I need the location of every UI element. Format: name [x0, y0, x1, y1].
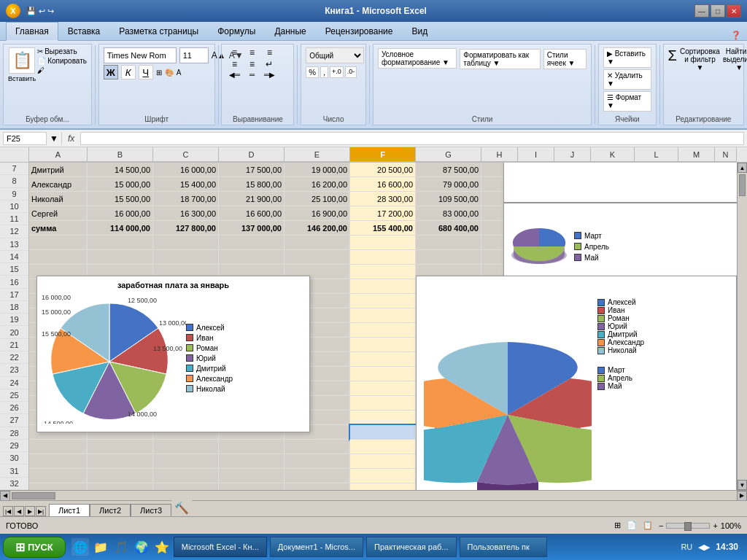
cell-b11[interactable]: 114 000,00: [88, 221, 153, 236]
cell-d10[interactable]: 16 600,00: [219, 206, 285, 221]
conditional-format-button[interactable]: Условное форматирование ▼: [378, 48, 457, 69]
cell-f21[interactable]: [350, 367, 416, 381]
scroll-right-button[interactable]: ▶: [737, 491, 747, 501]
cell-d8[interactable]: 15 800,00: [219, 177, 285, 192]
font-size-input[interactable]: [179, 47, 209, 63]
right-align-button[interactable]: ═▶: [261, 71, 277, 79]
taskbar-folder-icon[interactable]: 📁: [92, 538, 109, 556]
cell-a28[interactable]: [29, 469, 88, 483]
col-header-m[interactable]: M: [678, 147, 715, 162]
cell-b10[interactable]: 16 000,00: [88, 206, 153, 221]
cell-c27[interactable]: [153, 454, 219, 469]
percent-button[interactable]: %: [306, 66, 319, 78]
cell-f17[interactable]: [350, 308, 416, 323]
cell-d27[interactable]: [219, 454, 285, 469]
number-format-select[interactable]: Общий: [306, 47, 364, 63]
cell-g8[interactable]: 79 000,00: [416, 177, 481, 192]
cell-reference-input[interactable]: [3, 132, 47, 145]
fill-color-button[interactable]: 🎨: [165, 69, 174, 77]
border-button[interactable]: ⊞: [156, 69, 162, 77]
cell-d11[interactable]: 137 000,00: [219, 221, 285, 236]
cell-a8[interactable]: Александр: [29, 177, 88, 192]
align-top-right-button[interactable]: ≡: [261, 47, 277, 58]
cell-a10[interactable]: Сергей: [29, 206, 88, 221]
font-color-button[interactable]: A: [177, 69, 182, 77]
sheet-tab-3[interactable]: Лист3: [131, 504, 171, 516]
chart-big-3d-pie[interactable]: Март Апрель Май АлексейИванРоманЮрийДмит…: [416, 276, 737, 490]
cell-c29[interactable]: [153, 483, 219, 490]
cell-e29[interactable]: [285, 483, 350, 490]
taskbar-user-item[interactable]: Пользователь пк: [460, 537, 547, 557]
zoom-slider[interactable]: [666, 523, 710, 529]
dropdown-arrow[interactable]: ▼: [50, 133, 58, 144]
cell-e10[interactable]: 16 900,00: [285, 206, 350, 221]
cell-a29[interactable]: [29, 483, 88, 490]
cell-b13[interactable]: [88, 250, 153, 265]
cell-a7[interactable]: Дмитрий: [29, 163, 88, 177]
col-header-l[interactable]: L: [635, 147, 678, 162]
close-button[interactable]: ✕: [727, 4, 741, 18]
sum-button[interactable]: Σ: [668, 47, 677, 71]
zoom-out-button[interactable]: −: [659, 521, 663, 530]
cell-g13[interactable]: [416, 250, 481, 265]
cell-f10[interactable]: 17 200,00: [350, 206, 416, 221]
cell-f9[interactable]: 28 300,00: [350, 192, 416, 206]
scroll-down-button[interactable]: ▼: [738, 480, 747, 490]
cell-a12[interactable]: [29, 236, 88, 250]
bold-button[interactable]: Ж: [104, 65, 118, 79]
cell-d9[interactable]: 21 900,00: [219, 192, 285, 206]
cell-f13[interactable]: [350, 250, 416, 265]
cell-e12[interactable]: [285, 236, 350, 250]
wrap-text-button[interactable]: ↵: [261, 59, 277, 69]
underline-button[interactable]: Ч: [139, 65, 153, 79]
col-header-i[interactable]: I: [518, 147, 554, 162]
align-middle-left-button[interactable]: ≡: [226, 59, 242, 69]
left-align-button[interactable]: ◀═: [226, 71, 242, 79]
col-header-g[interactable]: G: [416, 147, 481, 162]
cell-f24[interactable]: [350, 411, 416, 425]
cell-f23[interactable]: [350, 396, 416, 411]
office-logo[interactable]: X: [6, 4, 20, 18]
cell-c10[interactable]: 16 300,00: [153, 206, 219, 221]
cell-f27[interactable]: [350, 454, 416, 469]
cell-a11[interactable]: сумма: [29, 221, 88, 236]
cell-d26[interactable]: [219, 440, 285, 454]
cell-f11[interactable]: 155 400,00: [350, 221, 416, 236]
comma-button[interactable]: ,: [320, 66, 328, 78]
cell-d7[interactable]: 17 500,00: [219, 163, 285, 177]
title-bar-controls[interactable]: — □ ✕: [694, 4, 741, 18]
col-header-e[interactable]: E: [285, 147, 350, 162]
cell-e7[interactable]: 19 000,00: [285, 163, 350, 177]
cell-d29[interactable]: [219, 483, 285, 490]
cell-g12[interactable]: [416, 236, 481, 250]
zoom-thumb[interactable]: [684, 522, 692, 531]
cell-e9[interactable]: 25 100,00: [285, 192, 350, 206]
col-header-j[interactable]: J: [554, 147, 591, 162]
cell-a26[interactable]: [29, 440, 88, 454]
cell-f26[interactable]: [350, 440, 416, 454]
sort-filter-button[interactable]: Сортировкаи фильтр ▼: [680, 47, 720, 71]
cell-b27[interactable]: [88, 454, 153, 469]
cell-f12[interactable]: [350, 236, 416, 250]
scroll-track[interactable]: [738, 173, 747, 480]
center-align-button[interactable]: ═: [244, 71, 260, 79]
taskbar-star-icon[interactable]: ⭐: [153, 538, 171, 556]
find-select-button[interactable]: Найти ивыделить ▼: [723, 47, 747, 71]
cell-f28[interactable]: [350, 469, 416, 483]
ribbon-tab-рецензирование[interactable]: Рецензирование: [316, 22, 403, 40]
delete-cells-button[interactable]: ✕ Удалить ▼: [603, 69, 651, 90]
tab-prev-button[interactable]: ◀: [14, 506, 24, 516]
increase-decimal-button[interactable]: +.0: [330, 66, 344, 78]
cell-f29[interactable]: [350, 483, 416, 490]
align-middle-center-button[interactable]: ≡: [244, 59, 260, 69]
tab-last-button[interactable]: ▶|: [36, 506, 46, 516]
ribbon-tab-главная[interactable]: Главная: [6, 22, 58, 41]
taskbar-media-icon[interactable]: 🎵: [112, 538, 130, 556]
cell-c11[interactable]: 127 800,00: [153, 221, 219, 236]
vertical-scrollbar[interactable]: ▲ ▼: [737, 163, 747, 490]
maximize-button[interactable]: □: [711, 4, 725, 18]
minimize-button[interactable]: —: [694, 4, 709, 18]
cell-c13[interactable]: [153, 250, 219, 265]
cell-styles-button[interactable]: Стили ячеек ▼: [543, 49, 587, 69]
align-top-left-button[interactable]: ≡: [226, 47, 242, 58]
